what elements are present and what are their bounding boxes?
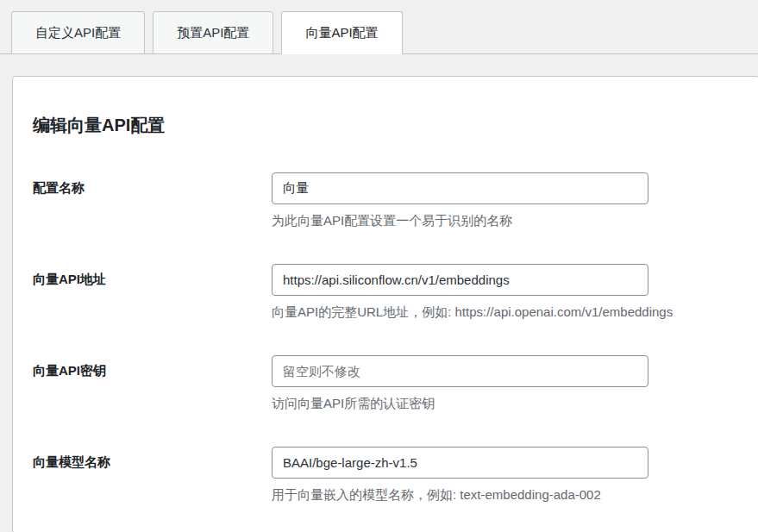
- config-name-label: 配置名称: [33, 172, 272, 197]
- form-row-vector-api-url: 向量API地址 向量API的完整URL地址，例如: https://api.op…: [33, 264, 742, 319]
- vector-api-key-field: 访问向量API所需的认证密钥: [272, 355, 648, 410]
- vector-api-config-panel: 编辑向量API配置 配置名称 为此向量API配置设置一个易于识别的名称 向量AP…: [12, 76, 758, 532]
- vector-model-name-input[interactable]: [272, 447, 648, 479]
- vector-api-key-help: 访问向量API所需的认证密钥: [272, 396, 648, 410]
- vector-api-url-input[interactable]: [272, 264, 648, 296]
- config-name-help: 为此向量API配置设置一个易于识别的名称: [272, 213, 648, 228]
- form-row-config-name: 配置名称 为此向量API配置设置一个易于识别的名称: [33, 172, 742, 228]
- vector-model-name-help: 用于向量嵌入的模型名称，例如: text-embedding-ada-002: [272, 487, 648, 502]
- vector-api-url-label: 向量API地址: [33, 264, 272, 288]
- tab-vector-api-config[interactable]: 向量API配置: [281, 11, 402, 54]
- vector-api-key-input[interactable]: [272, 355, 648, 387]
- tab-preset-api-config[interactable]: 预置API配置: [153, 11, 273, 54]
- vector-api-key-label: 向量API密钥: [33, 355, 272, 379]
- config-name-field: 为此向量API配置设置一个易于识别的名称: [272, 172, 648, 228]
- vector-api-url-field: 向量API的完整URL地址，例如: https://api.openai.com…: [272, 264, 673, 319]
- form-row-vector-model-name: 向量模型名称 用于向量嵌入的模型名称，例如: text-embedding-ad…: [33, 447, 742, 502]
- form-row-vector-api-key: 向量API密钥 访问向量API所需的认证密钥: [33, 355, 742, 410]
- tab-bar: 自定义API配置 预置API配置 向量API配置: [0, 0, 758, 54]
- vector-api-url-help: 向量API的完整URL地址，例如: https://api.openai.com…: [272, 304, 673, 319]
- page-title: 编辑向量API配置: [33, 113, 742, 137]
- vector-model-name-label: 向量模型名称: [33, 447, 272, 471]
- config-name-input[interactable]: [272, 172, 648, 204]
- tab-custom-api-config[interactable]: 自定义API配置: [11, 11, 145, 54]
- vector-model-name-field: 用于向量嵌入的模型名称，例如: text-embedding-ada-002: [272, 447, 648, 502]
